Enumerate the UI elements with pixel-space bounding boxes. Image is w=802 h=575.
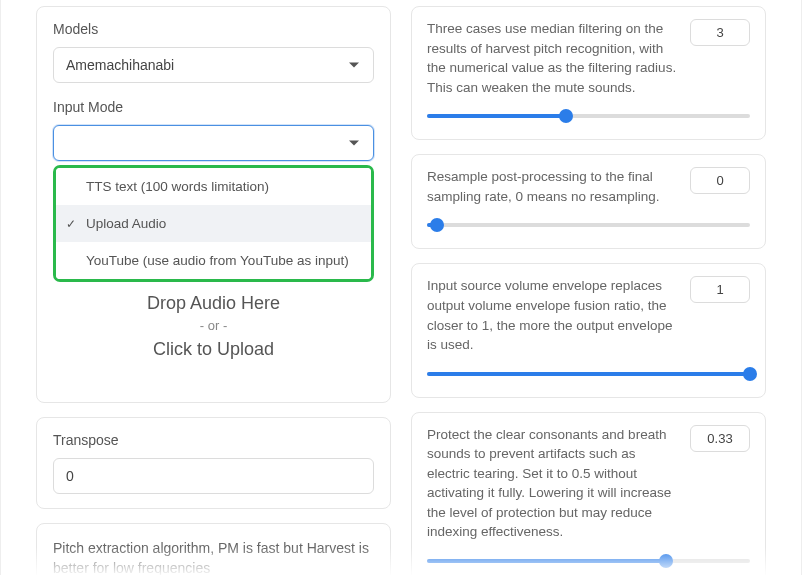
slider-thumb-icon[interactable] [743,367,757,381]
input-mode-dropdown: TTS text (100 words limitation) ✓ Upload… [53,165,374,282]
app-root: Models Amemachihanabi Input Mode TTS tex… [0,0,802,575]
option-label: YouTube (use audio from YouTube as input… [86,253,349,268]
param-envelope-card: Input source volume envelope replaces ou… [411,263,766,397]
slider-thumb-icon[interactable] [659,554,673,568]
param-envelope-desc: Input source volume envelope replaces ou… [427,276,678,354]
transpose-label: Transpose [53,432,374,448]
param-envelope-value[interactable] [690,276,750,303]
input-mode-option-youtube[interactable]: YouTube (use audio from YouTube as input… [56,242,371,279]
chevron-down-icon [349,63,359,68]
param-protect-desc: Protect the clear consonants and breath … [427,425,678,542]
models-select[interactable]: Amemachihanabi [53,47,374,83]
param-protect-slider[interactable] [427,554,750,568]
input-mode-label: Input Mode [53,99,374,115]
upload-dropzone[interactable]: Drop Audio Here - or - Click to Upload [53,287,374,384]
param-filter-value[interactable] [690,19,750,46]
input-mode-option-tts[interactable]: TTS text (100 words limitation) [56,168,371,205]
param-resample-desc: Resample post-processing to the final sa… [427,167,678,206]
upload-line1: Drop Audio Here [53,293,374,314]
param-resample-card: Resample post-processing to the final sa… [411,154,766,249]
param-filter-slider[interactable] [427,109,750,123]
pitch-algo-text: Pitch extraction algorithm, PM is fast b… [53,538,374,575]
models-label: Models [53,21,374,37]
check-icon: ✓ [66,217,76,231]
chevron-down-icon [349,141,359,146]
transpose-card: Transpose [36,417,391,509]
slider-thumb-icon[interactable] [430,218,444,232]
param-protect-card: Protect the clear consonants and breath … [411,412,766,575]
option-label: Upload Audio [86,216,166,231]
input-mode-option-upload[interactable]: ✓ Upload Audio [56,205,371,242]
input-mode-wrap: TTS text (100 words limitation) ✓ Upload… [53,125,374,161]
upload-line3: Click to Upload [53,339,374,360]
input-mode-select[interactable] [53,125,374,161]
upload-line2: - or - [53,318,374,333]
models-select-value: Amemachihanabi [66,57,174,73]
param-protect-value[interactable] [690,425,750,452]
left-column: Models Amemachihanabi Input Mode TTS tex… [36,6,391,575]
models-card: Models Amemachihanabi Input Mode TTS tex… [36,6,391,403]
param-envelope-slider[interactable] [427,367,750,381]
param-filter-card: Three cases use median filtering on the … [411,6,766,140]
param-filter-desc: Three cases use median filtering on the … [427,19,678,97]
transpose-input[interactable] [53,458,374,494]
param-resample-slider[interactable] [427,218,750,232]
option-label: TTS text (100 words limitation) [86,179,269,194]
pitch-algo-card: Pitch extraction algorithm, PM is fast b… [36,523,391,575]
right-column: Three cases use median filtering on the … [411,6,766,575]
param-resample-value[interactable] [690,167,750,194]
slider-thumb-icon[interactable] [559,109,573,123]
